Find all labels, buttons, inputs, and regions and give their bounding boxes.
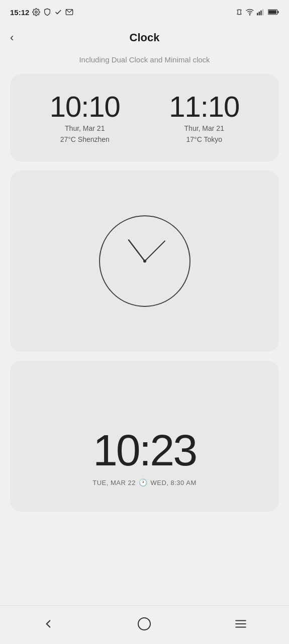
back-button[interactable]: ‹ bbox=[10, 31, 14, 44]
digital-date-text: TUE, MAR 22 bbox=[92, 479, 136, 487]
clock-1: 10:10 Thur, Mar 21 27°C Shenzhen bbox=[50, 92, 120, 143]
bottom-nav bbox=[0, 605, 289, 644]
digital-date-alarm: TUE, MAR 22 🕐 WED, 8:30 AM bbox=[92, 478, 196, 487]
svg-rect-4 bbox=[257, 13, 258, 16]
svg-point-3 bbox=[249, 15, 250, 15]
alarm-icon: 🕐 bbox=[139, 478, 148, 487]
svg-rect-9 bbox=[277, 11, 278, 14]
status-time: 15:12 bbox=[10, 8, 73, 17]
svg-rect-5 bbox=[259, 12, 260, 15]
time-text: 15:12 bbox=[10, 8, 29, 17]
clock-1-time: 10:10 bbox=[50, 92, 120, 121]
battery-icon bbox=[268, 9, 279, 15]
digital-clock-card[interactable]: 10:23 TUE, MAR 22 🕐 WED, 8:30 AM bbox=[10, 361, 279, 512]
page-title: Clock bbox=[130, 31, 160, 44]
status-bar: 15:12 bbox=[0, 0, 289, 22]
mail-icon bbox=[65, 8, 73, 16]
analog-clock bbox=[94, 211, 195, 311]
home-circle-icon bbox=[138, 617, 151, 630]
svg-line-12 bbox=[129, 240, 145, 261]
svg-point-0 bbox=[35, 11, 37, 13]
shield-icon bbox=[43, 8, 51, 16]
clock-1-weather: 27°C Shenzhen bbox=[60, 135, 110, 143]
page-subtitle: Including Dual Clock and Minimal clock bbox=[0, 53, 289, 74]
dual-clock-card[interactable]: 10:10 Thur, Mar 21 27°C Shenzhen 11:10 T… bbox=[10, 74, 279, 162]
digital-time: 10:23 bbox=[93, 428, 196, 472]
svg-rect-10 bbox=[268, 10, 276, 14]
analog-clock-card[interactable] bbox=[10, 171, 279, 352]
status-right-icons bbox=[236, 9, 279, 16]
page-header: ‹ Clock bbox=[0, 22, 289, 53]
clock-1-date: Thur, Mar 21 bbox=[65, 124, 105, 132]
nav-menu-button[interactable] bbox=[226, 614, 256, 634]
svg-rect-6 bbox=[260, 11, 261, 16]
clock-2-date: Thur, Mar 21 bbox=[184, 124, 224, 132]
clock-2: 11:10 Thur, Mar 21 17°C Tokyo bbox=[169, 92, 239, 143]
digital-alarm-text: WED, 8:30 AM bbox=[150, 479, 196, 487]
content-area: 10:10 Thur, Mar 21 27°C Shenzhen 11:10 T… bbox=[0, 74, 289, 605]
settings-icon bbox=[32, 8, 40, 16]
vibrate-icon bbox=[236, 9, 243, 16]
svg-point-14 bbox=[143, 260, 146, 263]
signal-icon bbox=[257, 9, 265, 16]
clock-2-weather: 17°C Tokyo bbox=[186, 135, 223, 143]
clock-2-time: 11:10 bbox=[169, 92, 239, 121]
svg-rect-2 bbox=[238, 10, 241, 14]
nav-home-button[interactable] bbox=[129, 614, 159, 634]
check-icon bbox=[54, 8, 62, 16]
wifi-icon bbox=[246, 9, 254, 16]
svg-rect-7 bbox=[262, 9, 263, 15]
svg-line-13 bbox=[145, 241, 165, 261]
nav-back-button[interactable] bbox=[33, 614, 63, 634]
